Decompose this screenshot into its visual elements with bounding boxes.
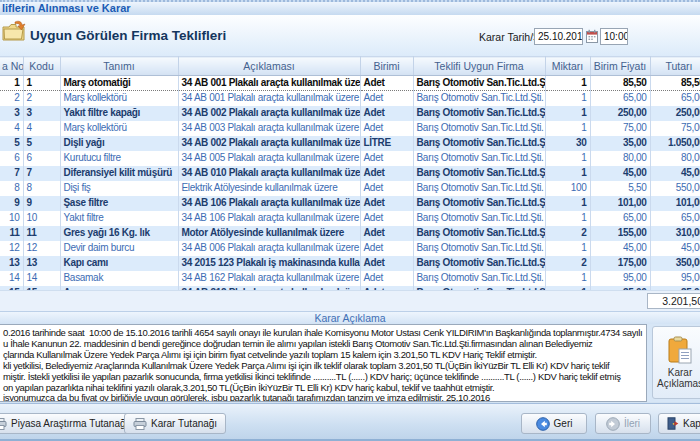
table-row[interactable]: 2 2 Marş kollektörü 34 AB 001 Plakalı ar… — [0, 91, 700, 106]
table-row[interactable]: 6 6 Kurutucu filtre 34 AB 005 Plakalı ar… — [0, 151, 700, 166]
cell-miktari[interactable]: 1 — [545, 121, 590, 136]
cell-tutari[interactable]: 85,50 — [650, 76, 700, 91]
col-aciklamasi[interactable]: Açıklaması — [178, 57, 360, 76]
cell-sira-no[interactable]: 1 — [0, 76, 23, 91]
cell-firma[interactable]: Barış Otomotiv San.Tic.Ltd.Şti. — [413, 91, 545, 106]
cell-aciklamasi[interactable]: 34 AB 002 Plakalı araçta kullanılmak üze… — [178, 136, 360, 151]
table-row[interactable]: 3 3 Yakıt filtre kapağı 34 AB 002 Plakal… — [0, 106, 700, 121]
cell-sira-no[interactable]: 2 — [0, 91, 23, 106]
cell-tanimi[interactable]: Basamak — [60, 271, 178, 286]
cell-birim-fiyati[interactable]: 80,00 — [590, 151, 650, 166]
col-teklifi-uygun-firma[interactable]: Teklifi Uygun Firma — [413, 57, 545, 76]
cell-sira-no[interactable]: 14 — [0, 271, 23, 286]
cell-kodu[interactable]: 9 — [23, 196, 60, 211]
cell-firma[interactable]: Barış Otomotiv San.Tic.Ltd.Şti. — [413, 211, 545, 226]
cell-birimi[interactable]: Adet — [360, 166, 413, 181]
cell-tutari[interactable]: 95,00 — [650, 271, 700, 286]
cell-sira-no[interactable]: 5 — [0, 136, 23, 151]
piyasa-tutanagi-button[interactable]: Piyasa Araştırma Tutanağı — [0, 413, 137, 434]
cell-sira-no[interactable]: 4 — [0, 121, 23, 136]
cell-kodu[interactable]: 1 — [23, 76, 60, 91]
cell-tanimi[interactable]: Marş otomatiği — [60, 76, 178, 91]
cell-tutari[interactable]: 65,00 — [650, 91, 700, 106]
cell-tutari[interactable]: 75,00 — [650, 121, 700, 136]
cell-tutari[interactable]: 80,00 — [650, 151, 700, 166]
cell-kodu[interactable]: 2 — [23, 91, 60, 106]
cell-tanimi[interactable]: Marş kollektörü — [60, 121, 178, 136]
cell-tanimi[interactable]: Kapı camı — [60, 256, 178, 271]
cell-miktari[interactable]: 1 — [545, 196, 590, 211]
cell-miktari[interactable]: 1 — [545, 151, 590, 166]
table-row[interactable]: 7 7 Diferansiyel kilit müşürü 34 AB 010 … — [0, 166, 700, 181]
cell-miktari[interactable]: 1 — [545, 271, 590, 286]
cell-firma[interactable]: Barış Otomotiv San.Tic.Ltd.Şti. — [413, 271, 545, 286]
cell-kodu[interactable]: 6 — [23, 151, 60, 166]
cell-kodu[interactable]: 5 — [23, 136, 60, 151]
cell-sira-no[interactable]: 3 — [0, 106, 23, 121]
cell-firma[interactable]: Barış Otomotiv San.Tic.Ltd.Şti. — [413, 166, 545, 181]
table-row[interactable]: 10 10 Yakıt filtre 34 AB 106 Plakalı ara… — [0, 211, 700, 226]
kapat-button[interactable]: Kapat — [658, 413, 700, 434]
cell-sira-no[interactable]: 12 — [0, 241, 23, 256]
ileri-button[interactable]: İleri — [595, 413, 651, 434]
col-miktari[interactable]: Miktarı — [545, 57, 590, 76]
cell-aciklamasi[interactable]: 34 2015 123 Plakalı iş makinasında kulla… — [178, 256, 360, 271]
col-sira-no[interactable]: a No — [0, 57, 23, 76]
cell-tanimi[interactable]: Kurutucu filtre — [60, 151, 178, 166]
cell-birimi[interactable]: Adet — [360, 256, 413, 271]
cell-aciklamasi[interactable]: 34 AB 001 Plakalı araçta kullanılmak üze… — [178, 76, 360, 91]
karar-aciklama-textarea[interactable]: 0.2016 tarihinde saat 10:00 de 15.10.201… — [0, 324, 647, 402]
cell-firma[interactable]: Barış Otomotiv San.Tic.Ltd.Şti. — [413, 256, 545, 271]
karar-date-input[interactable]: 25.10.2016 — [534, 28, 583, 45]
cell-birim-fiyati[interactable]: 5,50 — [590, 181, 650, 196]
cell-kodu[interactable]: 10 — [23, 211, 60, 226]
cell-kodu[interactable]: 4 — [23, 121, 60, 136]
cell-miktari[interactable]: 1 — [545, 106, 590, 121]
cell-kodu[interactable]: 13 — [23, 256, 60, 271]
cell-aciklamasi[interactable]: 34 AB 010 Plakalı araçta kullanılmak üze… — [178, 166, 360, 181]
cell-kodu[interactable]: 14 — [23, 271, 60, 286]
cell-tutari[interactable]: 310,00 — [650, 226, 700, 241]
col-tanimi[interactable]: Tanımı — [60, 57, 178, 76]
cell-firma[interactable]: Barış Otomotiv San.Tic.Ltd.Şti. — [413, 136, 545, 151]
cell-birimi[interactable]: Adet — [360, 226, 413, 241]
cell-birimi[interactable]: Adet — [360, 271, 413, 286]
cell-birim-fiyati[interactable]: 75,00 — [590, 121, 650, 136]
cell-birimi[interactable]: Adet — [360, 106, 413, 121]
cell-aciklamasi[interactable]: 34 AB 003 Plakalı araçta kullanılmak üze… — [178, 121, 360, 136]
cell-aciklamasi[interactable]: Elektrik Atölyesinde kullanılmak üzere — [178, 181, 360, 196]
cell-birim-fiyati[interactable]: 155,00 — [590, 226, 650, 241]
cell-kodu[interactable]: 11 — [23, 226, 60, 241]
cell-tanimi[interactable]: Diferansiyel kilit müşürü — [60, 166, 178, 181]
cell-birimi[interactable]: Adet — [360, 196, 413, 211]
table-row[interactable]: 12 12 Devir daim burcu 34 AB 006 Plakalı… — [0, 241, 700, 256]
cell-tutari[interactable]: 350,00 — [650, 256, 700, 271]
col-birim-fiyati[interactable]: Birim Fiyatı — [590, 57, 650, 76]
cell-miktari[interactable]: 100 — [545, 181, 590, 196]
cell-miktari[interactable]: 1 — [545, 211, 590, 226]
cell-sira-no[interactable]: 11 — [0, 226, 23, 241]
cell-sira-no[interactable]: 9 — [0, 196, 23, 211]
karar-time-input[interactable]: 10:00 — [600, 28, 628, 45]
cell-birimi[interactable]: Adet — [360, 211, 413, 226]
karar-tutanagi-button[interactable]: Karar Tutanağı — [124, 413, 226, 434]
cell-tutari[interactable]: 101,00 — [650, 196, 700, 211]
cell-kodu[interactable]: 7 — [23, 166, 60, 181]
table-row[interactable]: 4 4 Marş kollektörü 34 AB 003 Plakalı ar… — [0, 121, 700, 136]
cell-tanimi[interactable]: Gres yağı 16 Kg. lık — [60, 226, 178, 241]
table-row[interactable]: 1 1 Marş otomatiği 34 AB 001 Plakalı ara… — [0, 76, 700, 91]
cell-firma[interactable]: Barış Otomotiv San.Tic.Ltd.Şti. — [413, 226, 545, 241]
cell-birim-fiyati[interactable]: 45,00 — [590, 241, 650, 256]
cell-firma[interactable]: Barış Otomotiv San.Tic.Ltd.Şti. — [413, 241, 545, 256]
col-kodu[interactable]: Kodu — [23, 57, 60, 76]
cell-miktari[interactable]: 2 — [545, 256, 590, 271]
cell-birim-fiyati[interactable]: 250,00 — [590, 106, 650, 121]
cell-sira-no[interactable]: 6 — [0, 151, 23, 166]
cell-birimi[interactable]: Adet — [360, 241, 413, 256]
cell-tanimi[interactable]: Yakıt filtre kapağı — [60, 106, 178, 121]
cell-tanimi[interactable]: Yakıt filtre — [60, 211, 178, 226]
cell-birim-fiyati[interactable]: 101,00 — [590, 196, 650, 211]
table-row[interactable]: 5 5 Dişli yağı 34 AB 002 Plakalı araçta … — [0, 136, 700, 151]
cell-sira-no[interactable]: 10 — [0, 211, 23, 226]
table-row[interactable]: 8 8 Dişi fiş Elektrik Atölyesinde kullan… — [0, 181, 700, 196]
